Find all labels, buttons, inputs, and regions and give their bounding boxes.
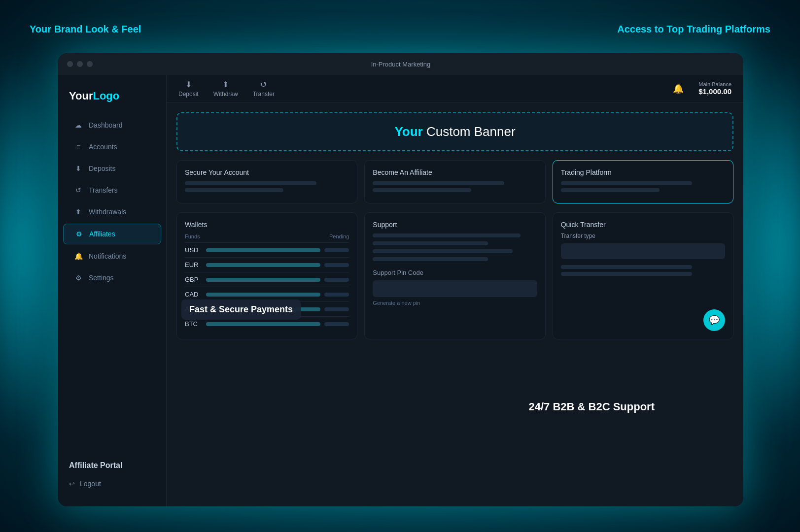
logo-logo: Logo xyxy=(93,90,119,102)
pending-bar-usd xyxy=(324,248,349,252)
sidebar-item-label-accounts: Accounts xyxy=(89,143,117,151)
currency-eur: EUR xyxy=(185,261,202,268)
currency-gbp: GBP xyxy=(185,276,202,283)
support-line-2 xyxy=(373,241,487,245)
custom-banner: Your Custom Banner xyxy=(176,112,733,151)
deposit-action[interactable]: ⬇ Deposit xyxy=(178,80,199,98)
wallet-row-gbp: GBP xyxy=(185,272,349,287)
pending-bar-gbp xyxy=(324,278,349,282)
funds-bar-gbp xyxy=(206,278,320,282)
funds-bar-eur xyxy=(206,263,320,267)
currency-btc: BTC xyxy=(185,320,202,328)
chat-fab[interactable]: 💬 xyxy=(703,309,725,331)
pending-bar-eur xyxy=(324,263,349,267)
withdrawals-icon: ⬆ xyxy=(74,207,83,216)
dashboard-icon: ☁ xyxy=(74,121,83,130)
currency-usd: USD xyxy=(185,246,202,254)
logout-label: Logout xyxy=(80,480,101,488)
card-trading-platform[interactable]: Trading Platform xyxy=(553,160,733,203)
transfer-type-label: Transfer type xyxy=(561,233,725,239)
support-line-4 xyxy=(373,257,487,261)
withdraw-action[interactable]: ⬆ Withdraw xyxy=(213,80,238,98)
logout-item[interactable]: ↩ Logout xyxy=(69,476,155,492)
card-title-secure: Secure Your Account xyxy=(185,168,349,176)
transfer-icon: ↺ xyxy=(260,80,267,89)
sidebar-item-settings[interactable]: ⚙ Settings xyxy=(63,268,161,288)
pending-bar-aud xyxy=(324,307,349,311)
card-title-affiliate: Become An Affiliate xyxy=(373,168,537,176)
banner-rest: Custom Banner xyxy=(423,124,516,139)
card-line-3 xyxy=(373,181,504,185)
card-line-6 xyxy=(561,188,660,192)
dot-red xyxy=(67,61,73,67)
wallets-header: Funds Pending xyxy=(185,233,349,242)
support-pin-section: Support Pin Code Generate a new pin xyxy=(373,269,537,306)
sidebar-item-withdrawals[interactable]: ⬆ Withdrawals xyxy=(63,202,161,222)
sidebar: YourLogo ☁ Dashboard ≡ Accounts ⬇ Deposi… xyxy=(58,75,167,506)
notifications-icon: 🔔 xyxy=(74,252,83,261)
sidebar-item-label-notifications: Notifications xyxy=(89,252,126,260)
accounts-icon: ≡ xyxy=(74,142,83,151)
transfer-action[interactable]: ↺ Transfer xyxy=(253,80,275,98)
sidebar-item-label-settings: Settings xyxy=(89,274,114,282)
sidebar-item-accounts[interactable]: ≡ Accounts xyxy=(63,137,161,157)
card-secure-account[interactable]: Secure Your Account xyxy=(176,160,357,203)
affiliates-icon: ⚙ xyxy=(74,230,83,238)
sidebar-item-label-deposits: Deposits xyxy=(89,165,115,172)
support-card: Support Support Pin Code Generate a new … xyxy=(364,212,545,339)
sidebar-item-dashboard[interactable]: ☁ Dashboard xyxy=(63,115,161,135)
card-line-4 xyxy=(373,188,471,192)
card-title-trading: Trading Platform xyxy=(561,168,725,176)
pending-header: Pending xyxy=(329,233,349,239)
dot-green xyxy=(87,61,93,67)
banner-text: Your Custom Banner xyxy=(394,124,515,139)
wallet-row-aud: AUD xyxy=(185,301,349,316)
sidebar-item-label-dashboard: Dashboard xyxy=(89,121,123,129)
wallets-card: Wallets Funds Pending USD EUR xyxy=(176,212,357,339)
transfer-type-box[interactable] xyxy=(561,243,725,259)
quick-transfer-title: Quick Transfer xyxy=(561,221,725,229)
content-area: Your Custom Banner Secure Your Account B… xyxy=(167,102,743,506)
bell-icon[interactable]: 🔔 xyxy=(673,83,684,94)
sidebar-item-transfers[interactable]: ↺ Transfers xyxy=(63,180,161,200)
card-become-affiliate[interactable]: Become An Affiliate xyxy=(364,160,545,203)
sidebar-item-label-affiliates: Affiliates xyxy=(89,230,115,238)
balance-value: $1,000.00 xyxy=(698,87,731,96)
wallet-row-usd: USD xyxy=(185,242,349,257)
balance-area: Main Balance $1,000.00 xyxy=(698,81,731,96)
pending-bar-btc xyxy=(324,322,349,326)
sidebar-bottom: Affiliate Portal ↩ Logout xyxy=(58,456,166,497)
sidebar-item-notifications[interactable]: 🔔 Notifications xyxy=(63,246,161,266)
funds-header: Funds xyxy=(185,233,200,239)
browser-dots xyxy=(67,61,93,67)
funds-bar-aud xyxy=(206,307,320,311)
browser-title: In-Product Marketing xyxy=(371,61,431,68)
logo: YourLogo xyxy=(58,85,166,114)
card-line-2 xyxy=(185,188,283,192)
generate-pin-link[interactable]: Generate a new pin xyxy=(373,300,537,306)
logout-icon: ↩ xyxy=(69,480,75,488)
sidebar-item-affiliates[interactable]: ⚙ Affiliates xyxy=(63,224,161,244)
app-container: YourLogo ☁ Dashboard ≡ Accounts ⬇ Deposi… xyxy=(58,75,743,506)
support-line-3 xyxy=(373,249,512,253)
deposits-icon: ⬇ xyxy=(74,164,83,173)
dot-yellow xyxy=(77,61,83,67)
affiliate-portal-label: Affiliate Portal xyxy=(69,461,155,470)
bottom-row: Wallets Funds Pending USD EUR xyxy=(176,212,733,339)
settings-icon: ⚙ xyxy=(74,273,83,282)
transfer-label: Transfer xyxy=(253,91,275,98)
support-pin-box[interactable] xyxy=(373,280,537,297)
wallet-row-cad: CAD xyxy=(185,287,349,301)
sidebar-item-deposits[interactable]: ⬇ Deposits xyxy=(63,159,161,178)
withdraw-label: Withdraw xyxy=(213,91,238,98)
sidebar-item-label-withdrawals: Withdrawals xyxy=(89,208,126,216)
support-line-1 xyxy=(373,233,521,237)
browser-window: In-Product Marketing YourLogo ☁ Dashboar… xyxy=(58,53,743,506)
support-title: Support xyxy=(373,221,537,229)
support-pin-title: Support Pin Code xyxy=(373,269,537,276)
funds-bar-cad xyxy=(206,293,320,297)
corner-label-tr: Access to Top Trading Platforms xyxy=(617,24,770,35)
sidebar-item-label-transfers: Transfers xyxy=(89,186,118,194)
browser-bar: In-Product Marketing xyxy=(58,53,743,75)
card-line-1 xyxy=(185,181,316,185)
